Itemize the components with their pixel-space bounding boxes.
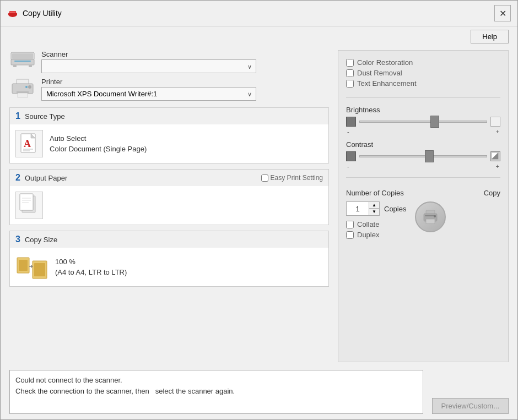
svg-rect-29: [34, 263, 45, 276]
help-row: Help: [1, 26, 517, 45]
svg-rect-2: [8, 13, 17, 15]
printer-icon: [9, 78, 36, 100]
scanner-select[interactable]: [41, 59, 256, 73]
svg-rect-8: [13, 65, 17, 67]
brightness-labels: - +: [346, 128, 500, 135]
svg-rect-7: [14, 61, 31, 62]
contrast-title: Contrast: [346, 140, 500, 149]
main-content: Scanner: [1, 45, 517, 368]
status-area: Could not connect to the scanner.Check t…: [9, 370, 509, 414]
step-2-title: Output Paper: [25, 174, 67, 182]
text-enhancement-row: Text Enhancement: [346, 79, 500, 88]
copies-down-button[interactable]: ▼: [369, 209, 379, 215]
easy-print-checkbox[interactable]: [261, 174, 268, 182]
step-1-header: 1 Source Type: [10, 108, 328, 124]
duplex-row: Duplex: [346, 231, 406, 239]
color-restoration-checkbox[interactable]: [346, 59, 354, 67]
brightness-max-label: +: [496, 128, 499, 135]
svg-point-14: [28, 85, 31, 89]
close-button[interactable]: ✕: [494, 5, 511, 21]
text-enhancement-label: Text Enhancement: [357, 79, 417, 88]
divider-1: [346, 97, 500, 98]
error-message-text: Could not connect to the scanner.Check t…: [15, 376, 235, 395]
copies-input-row: ▲ ▼ Copies: [346, 201, 406, 216]
contrast-slider[interactable]: [359, 155, 487, 157]
copy-size-icon: [15, 253, 48, 281]
contrast-max-label: +: [496, 163, 499, 170]
dust-removal-label: Dust Removal: [357, 69, 402, 77]
duplex-label: Duplex: [357, 231, 379, 239]
device-section: Scanner: [9, 50, 329, 101]
step-3-title: Copy Size: [25, 236, 57, 244]
svg-rect-22: [20, 194, 33, 210]
collate-label: Collate: [357, 220, 379, 228]
title-bar: Copy Utility ✕: [1, 1, 517, 26]
preview-custom-button[interactable]: Preview/Custom...: [432, 398, 509, 414]
scanner-controls: Scanner: [41, 50, 329, 73]
step-2-section: 2 Output Paper Easy Print Setting: [9, 169, 329, 225]
step-3-body[interactable]: 100 % (A4 to A4, LTR to LTR): [10, 248, 328, 286]
output-paper-icon: [15, 192, 43, 219]
svg-text:A: A: [24, 138, 31, 149]
copies-input[interactable]: [347, 204, 369, 214]
step-3-header: 3 Copy Size: [10, 231, 328, 248]
brightness-slider-row: [346, 116, 500, 127]
contrast-labels: - +: [346, 163, 500, 170]
copies-spinner: ▲ ▼: [369, 202, 379, 215]
scanner-icon: [9, 51, 36, 73]
step-2-body[interactable]: [10, 186, 328, 225]
brightness-title: Brightness: [346, 106, 500, 114]
contrast-min-label: -: [347, 163, 349, 170]
copies-section: Number of Copies Copy ▲ ▼: [346, 189, 500, 241]
printer-svg: [10, 78, 35, 100]
svg-rect-27: [19, 260, 28, 271]
divider-2: [346, 177, 500, 178]
print-icon: [422, 208, 439, 226]
copies-label-text: Copies: [384, 205, 406, 213]
svg-point-15: [25, 86, 28, 88]
title-bar-left: Copy Utility: [7, 8, 62, 19]
brightness-min-label: -: [347, 128, 349, 135]
scanner-select-wrapper: [41, 59, 256, 73]
color-restoration-row: Color Restoration: [346, 58, 500, 67]
printer-select[interactable]: Microsoft XPS Document Writer#:1: [41, 87, 256, 101]
step-2-number: 2: [15, 173, 20, 183]
step-2-header: 2 Output Paper Easy Print Setting: [10, 170, 328, 186]
scanner-label: Scanner: [41, 50, 329, 58]
right-panel: Color Restoration Dust Removal Text Enha…: [338, 50, 509, 362]
step-1-title: Source Type: [25, 112, 65, 121]
printer-controls: Printer Microsoft XPS Document Writer#:1: [41, 78, 329, 101]
svg-rect-36: [426, 219, 435, 223]
copy-print-button[interactable]: [415, 201, 446, 232]
step-1-line1: Auto Select: [50, 133, 147, 144]
duplex-checkbox[interactable]: [346, 231, 354, 239]
copies-up-button[interactable]: ▲: [369, 202, 379, 209]
svg-rect-12: [17, 91, 29, 93]
collate-row: Collate: [346, 220, 406, 228]
text-enhancement-checkbox[interactable]: [346, 80, 354, 88]
dust-removal-checkbox[interactable]: [346, 69, 354, 77]
copies-controls: ▲ ▼ Copies Collate Duplex: [346, 201, 406, 241]
left-panel: Scanner: [9, 50, 329, 362]
printer-select-wrapper: Microsoft XPS Document Writer#:1: [41, 87, 256, 101]
collate-checkbox[interactable]: [346, 221, 354, 228]
scanner-row: Scanner: [9, 50, 329, 73]
svg-rect-13: [18, 93, 28, 97]
easy-print-container: Easy Print Setting: [261, 174, 323, 182]
copies-title: Number of Copies: [346, 189, 404, 197]
window-title: Copy Utility: [23, 9, 62, 18]
contrast-slider-container: [359, 151, 487, 162]
checkbox-group: Color Restoration Dust Removal Text Enha…: [346, 58, 500, 90]
step-1-section: 1 Source Type A: [9, 107, 329, 163]
printer-row: Printer Microsoft XPS Document Writer#:1: [9, 78, 329, 101]
svg-rect-9: [29, 65, 32, 67]
app-icon: [7, 8, 18, 19]
svg-rect-3: [10, 12, 15, 13]
brightness-slider[interactable]: [359, 121, 487, 123]
brightness-light-icon: [490, 117, 500, 127]
contrast-slider-row: [346, 151, 500, 162]
contrast-dark-icon: [346, 151, 356, 161]
step-1-body[interactable]: A Auto Select Color Document (Single Pag…: [10, 124, 328, 163]
step-3-line2: (A4 to A4, LTR to LTR): [55, 267, 127, 278]
help-button[interactable]: Help: [471, 30, 509, 43]
